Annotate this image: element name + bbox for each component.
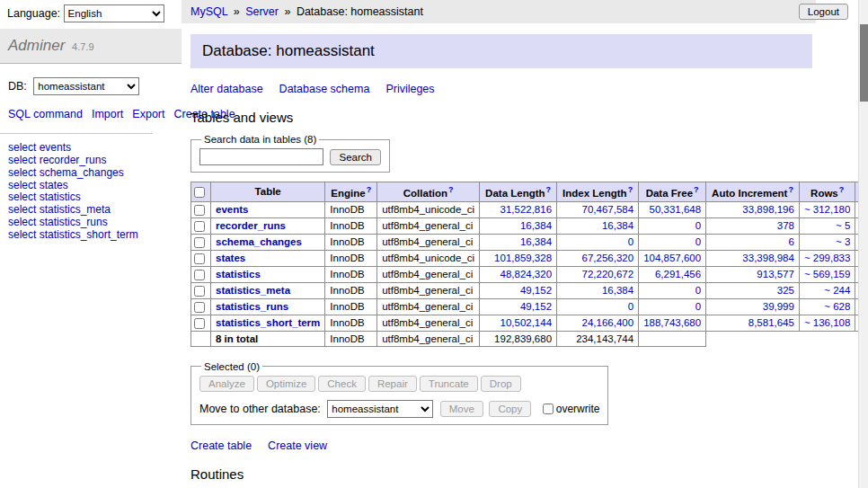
create-link[interactable]: Create view	[268, 439, 327, 452]
column-help-link[interactable]: ?	[839, 185, 845, 194]
rows-link[interactable]: ~ 5	[836, 220, 850, 231]
move-db-select[interactable]: homeassistant	[327, 400, 433, 418]
scrollbar[interactable]	[858, 0, 868, 488]
sidebar-nav-link[interactable]: Export	[132, 108, 164, 120]
data-length-link[interactable]: 48,824,320	[500, 269, 553, 279]
row-checkbox[interactable]	[194, 270, 205, 280]
selected-action-button[interactable]: Optimize	[257, 376, 315, 392]
row-checkbox[interactable]	[194, 318, 205, 329]
auto-increment-link[interactable]: 378	[777, 220, 794, 231]
data-free-link[interactable]: 104,857,600	[643, 253, 701, 263]
copy-button[interactable]: Copy	[489, 401, 531, 417]
index-length-link[interactable]: 0	[628, 301, 633, 312]
auto-increment-link[interactable]: 6	[789, 236, 794, 247]
column-help-link[interactable]: ?	[788, 185, 793, 194]
index-length-link[interactable]: 16,384	[602, 285, 633, 296]
row-checkbox[interactable]	[194, 205, 205, 216]
data-length-link[interactable]: 101,859,328	[494, 253, 552, 263]
row-checkbox[interactable]	[194, 253, 205, 264]
table-name-link[interactable]: statistics_runs	[216, 301, 288, 312]
rows-link[interactable]: ~ 3	[836, 236, 850, 247]
data-length-link[interactable]: 16,384	[520, 220, 552, 231]
overwrite-checkbox[interactable]	[543, 404, 554, 414]
sidebar-nav-link[interactable]: Import	[92, 108, 123, 120]
table-name-link[interactable]: events	[216, 204, 248, 215]
sidebar-table-link[interactable]: select statistics_meta	[8, 203, 111, 216]
move-button[interactable]: Move	[440, 401, 483, 417]
rows-link[interactable]: ~ 312,180	[804, 204, 850, 215]
select-all-checkbox[interactable]	[194, 187, 205, 198]
breadcrumb-link-mysql[interactable]: MySQL	[190, 5, 227, 18]
sidebar-table-link[interactable]: select statistics	[8, 191, 81, 203]
logout-button[interactable]: Logout	[799, 4, 848, 20]
data-free-link[interactable]: 50,331,648	[650, 204, 702, 215]
search-button[interactable]: Search	[330, 149, 380, 165]
app-title[interactable]: Adminer	[8, 37, 65, 54]
index-length-link[interactable]: 67,256,320	[582, 253, 634, 263]
data-length-link[interactable]: 31,522,816	[500, 204, 553, 215]
db-action-link[interactable]: Privileges	[385, 83, 434, 95]
table-name-link[interactable]: statistics_meta	[216, 285, 290, 296]
auto-increment-link[interactable]: 8,581,645	[748, 317, 794, 328]
index-length-link[interactable]: 70,467,584	[582, 204, 634, 215]
auto-increment-link[interactable]: 33,398,984	[742, 253, 794, 263]
index-length-link[interactable]: 72,220,672	[582, 269, 634, 279]
data-length-link[interactable]: 10,502,144	[500, 317, 553, 328]
column-help-link[interactable]: ?	[694, 185, 699, 194]
rows-link[interactable]: ~ 244	[824, 285, 850, 296]
table-name-link[interactable]: recorder_runs	[216, 220, 286, 231]
column-help-link[interactable]: ?	[546, 185, 552, 194]
rows-link[interactable]: ~ 569,159	[804, 269, 850, 279]
row-checkbox[interactable]	[194, 302, 205, 313]
data-free-link[interactable]: 0	[695, 285, 701, 296]
sidebar-table-link[interactable]: select states	[8, 179, 68, 191]
index-length-link[interactable]: 24,166,400	[582, 317, 634, 328]
row-checkbox[interactable]	[194, 221, 205, 232]
column-help-link[interactable]: ?	[367, 185, 372, 194]
row-checkbox[interactable]	[194, 286, 205, 297]
auto-increment-link[interactable]: 913,577	[757, 269, 794, 279]
data-free-link[interactable]: 188,743,680	[643, 317, 701, 328]
selected-action-button[interactable]: Repair	[368, 376, 417, 392]
selected-action-button[interactable]: Check	[318, 376, 366, 392]
db-select[interactable]: homeassistant	[33, 77, 139, 95]
table-name-link[interactable]: statistics	[216, 269, 261, 279]
sidebar-table-link[interactable]: select statistics_runs	[8, 216, 108, 228]
sidebar-table-link[interactable]: select events	[8, 141, 71, 154]
sidebar-table-link[interactable]: select schema_changes	[8, 166, 124, 179]
index-length-link[interactable]: 0	[628, 236, 633, 247]
rows-link[interactable]: ~ 136,108	[804, 317, 850, 328]
create-link[interactable]: Create table	[190, 439, 252, 452]
sidebar-table-link[interactable]: select statistics_short_term	[8, 228, 138, 241]
scrollbar-thumb[interactable]	[860, 24, 868, 102]
auto-increment-link[interactable]: 39,999	[763, 301, 794, 312]
table-name-link[interactable]: schema_changes	[216, 236, 302, 247]
index-length-link[interactable]: 16,384	[602, 220, 633, 231]
data-length-link[interactable]: 49,152	[520, 301, 552, 312]
language-select[interactable]: English	[64, 4, 164, 22]
db-action-link[interactable]: Database schema	[279, 83, 370, 95]
row-checkbox[interactable]	[194, 237, 205, 248]
db-action-link[interactable]: Alter database	[190, 83, 263, 95]
column-help-link[interactable]: ?	[448, 185, 454, 194]
auto-increment-link[interactable]: 325	[777, 285, 794, 296]
sidebar-nav-link[interactable]: SQL command	[8, 108, 83, 120]
auto-increment-link[interactable]: 33,898,196	[742, 204, 794, 215]
column-help-link[interactable]: ?	[628, 185, 633, 194]
table-name-link[interactable]: statistics_short_term	[216, 317, 320, 328]
data-length-link[interactable]: 49,152	[520, 285, 552, 296]
data-length-link[interactable]: 16,384	[520, 236, 552, 247]
rows-link[interactable]: ~ 299,833	[804, 253, 850, 263]
data-free-link[interactable]: 6,291,456	[655, 269, 701, 279]
data-free-link[interactable]: 0	[695, 220, 701, 231]
search-input[interactable]	[199, 148, 323, 165]
selected-action-button[interactable]: Truncate	[420, 376, 478, 392]
breadcrumb-link-server[interactable]: Server	[245, 5, 279, 18]
table-name-link[interactable]: states	[216, 253, 245, 263]
sidebar-table-link[interactable]: select recorder_runs	[8, 154, 106, 166]
selected-action-button[interactable]: Drop	[481, 376, 521, 392]
rows-link[interactable]: ~ 628	[824, 301, 850, 312]
data-free-link[interactable]: 0	[695, 301, 701, 312]
selected-action-button[interactable]: Analyze	[199, 376, 254, 392]
data-free-link[interactable]: 0	[695, 236, 701, 247]
